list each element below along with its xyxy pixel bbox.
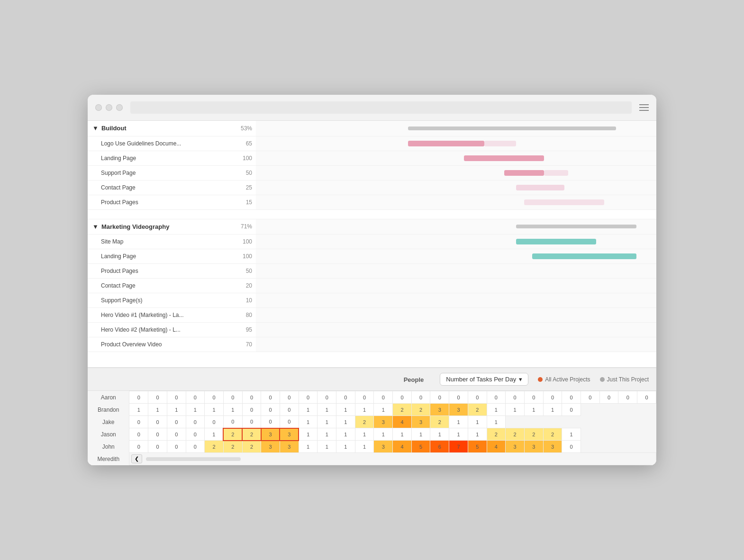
resource-cell: 2 — [468, 404, 487, 416]
resource-cell: 1 — [148, 404, 167, 416]
table-row: Landing Page 100 — [88, 151, 656, 165]
resource-cell: 1 — [205, 404, 224, 416]
resource-cell: 0 — [411, 391, 430, 404]
person-name: Brandon — [88, 404, 129, 416]
resource-cell: 2 — [487, 428, 506, 441]
resource-cell: 0 — [637, 391, 656, 404]
resource-cell: 0 — [468, 391, 487, 404]
resource-cell: 4 — [393, 441, 412, 453]
resource-person-row: Meredith❮ — [88, 453, 656, 465]
resource-cell: 1 — [129, 404, 148, 416]
table-row: Hero Video #1 (Marketing) - La... 80 — [88, 307, 656, 322]
resource-cell: 0 — [581, 391, 599, 404]
resource-table: Aaron0000000000000000000000000000Brandon… — [88, 391, 656, 465]
resource-cell: 0 — [562, 441, 581, 453]
resource-grid[interactable]: Aaron0000000000000000000000000000Brandon… — [88, 391, 656, 465]
resource-cell: 0 — [280, 404, 299, 416]
resource-cell: 2 — [242, 428, 261, 441]
group-row-buildout[interactable]: ▼ Buildout 53% — [88, 121, 656, 136]
resource-cell: 1 — [449, 416, 468, 428]
resource-cell: 3 — [280, 441, 299, 453]
resource-cell: 2 — [355, 416, 374, 428]
maximize-button[interactable] — [116, 104, 123, 111]
resource-person-row: Aaron0000000000000000000000000000 — [88, 391, 656, 404]
resource-cell: 1 — [318, 428, 336, 441]
resource-cell: 1 — [205, 428, 224, 441]
resource-cell: 1 — [299, 404, 318, 416]
resource-cell: 0 — [167, 416, 186, 428]
table-row: Logo Use Guidelines Docume... 65 — [88, 136, 656, 151]
resource-cell: 0 — [242, 416, 261, 428]
legend-dot-orange — [538, 377, 543, 382]
resource-cell: 0 — [148, 428, 167, 441]
resource-cell: 2 — [543, 428, 562, 441]
resource-cell: 1 — [355, 404, 374, 416]
resource-cell: 5 — [468, 441, 487, 453]
resource-cell: 0 — [148, 441, 167, 453]
address-bar[interactable] — [130, 101, 632, 114]
resource-cell: 3 — [543, 441, 562, 453]
resource-cell: 0 — [261, 404, 280, 416]
resource-cell: 1 — [336, 404, 355, 416]
resource-cell: 0 — [336, 391, 355, 404]
resource-cell: 0 — [167, 391, 186, 404]
resource-cell: 0 — [167, 441, 186, 453]
resource-cell: 2 — [411, 404, 430, 416]
table-row: Landing Page 100 — [88, 249, 656, 263]
resource-cell: 0 — [205, 391, 224, 404]
titlebar — [88, 95, 656, 121]
resource-cell: 0 — [167, 428, 186, 441]
table-row: Product Pages 15 — [88, 195, 656, 209]
resource-cell: 0 — [242, 391, 261, 404]
traffic-lights — [95, 104, 123, 111]
resource-cell: 0 — [148, 391, 167, 404]
resource-cell: 3 — [374, 416, 393, 428]
group-name-marketing: ▼ Marketing Videography — [88, 223, 230, 230]
resource-cell: 0 — [506, 391, 525, 404]
table-row: Contact Page 25 — [88, 180, 656, 195]
app-window: ▼ Buildout 53% Logo Use Guid — [88, 95, 656, 465]
resource-cell: 0 — [129, 428, 148, 441]
menu-line-1 — [639, 104, 649, 105]
group-row-marketing[interactable]: ▼ Marketing Videography 71% — [88, 219, 656, 234]
resource-cell: 0 — [524, 391, 543, 404]
resource-cell: 1 — [374, 404, 393, 416]
resource-cell: 1 — [318, 441, 336, 453]
resource-person-row: John000022233111134567543330 — [88, 441, 656, 453]
scroll-left-button[interactable]: ❮ — [131, 454, 142, 463]
table-row: Contact Page 20 — [88, 278, 656, 293]
resource-cell: 1 — [506, 404, 525, 416]
legend-all-projects: All Active Projects — [538, 376, 590, 383]
resource-cell: 0 — [280, 416, 299, 428]
resource-cell: 0 — [186, 428, 205, 441]
resource-cell: 0 — [242, 404, 261, 416]
person-name: Meredith — [88, 453, 129, 465]
group-pct-marketing: 71% — [230, 223, 256, 230]
resource-cell: 3 — [524, 441, 543, 453]
menu-icon[interactable] — [639, 104, 649, 111]
resource-cell: 1 — [543, 404, 562, 416]
minimize-button[interactable] — [106, 104, 112, 111]
resource-cell: 1 — [430, 428, 449, 441]
resource-cell: 0 — [543, 391, 562, 404]
resource-cell: 5 — [411, 441, 430, 453]
close-button[interactable] — [95, 104, 102, 111]
resource-cell: 0 — [393, 391, 412, 404]
resource-cell: 1 — [336, 416, 355, 428]
resource-cell: 0 — [223, 391, 242, 404]
resource-cell: 0 — [186, 441, 205, 453]
resource-cell: 1 — [336, 441, 355, 453]
resource-cell: 2 — [524, 428, 543, 441]
resource-cell: 1 — [223, 404, 242, 416]
resource-cell: 1 — [487, 404, 506, 416]
resource-person-row: Jake00000000011123432111 — [88, 416, 656, 428]
tasks-per-day-dropdown[interactable]: Number of Tasks Per Day ▾ — [440, 373, 528, 386]
resource-cell: 0 — [261, 391, 280, 404]
resource-cell: 1 — [524, 404, 543, 416]
resource-cell: 2 — [430, 416, 449, 428]
person-name: Aaron — [88, 391, 129, 404]
resource-cell: 4 — [393, 416, 412, 428]
resource-cell: 6 — [430, 441, 449, 453]
resource-cell: 0 — [487, 391, 506, 404]
table-row: Support Page 50 — [88, 165, 656, 180]
